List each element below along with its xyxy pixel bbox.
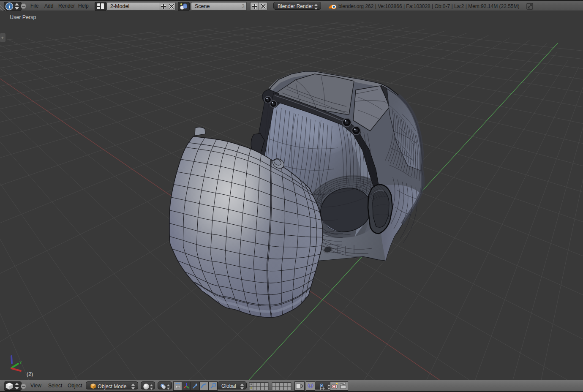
svg-text:y: y (19, 359, 22, 364)
svg-text:User Persp: User Persp (10, 14, 36, 20)
svg-text:+: + (1, 35, 4, 41)
svg-text:i: i (8, 3, 10, 10)
svg-text:(2): (2) (27, 371, 33, 377)
